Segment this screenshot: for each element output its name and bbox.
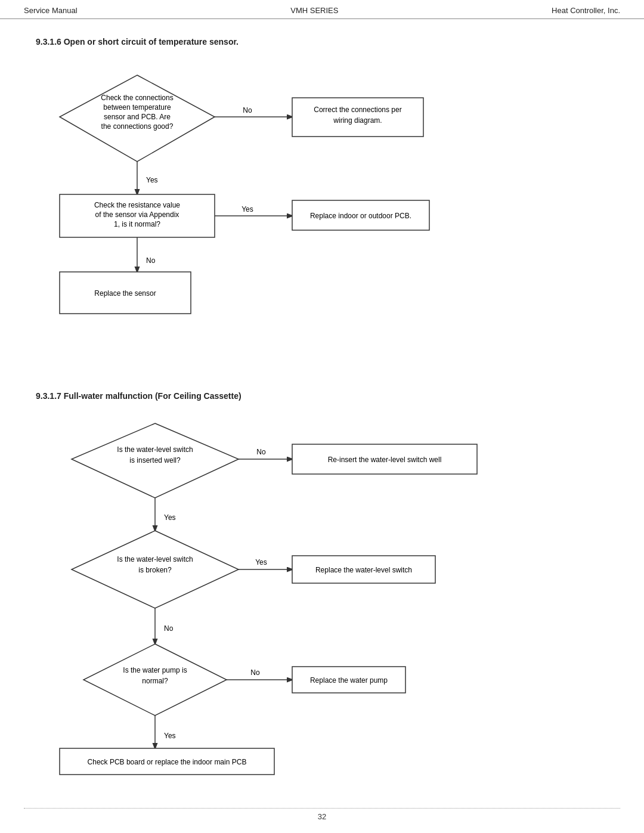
svg-text:of the sensor via Appendix: of the sensor via Appendix [95,210,179,219]
svg-text:Is the water pump is: Is the water pump is [123,666,187,674]
svg-text:No: No [243,106,252,114]
svg-text:Yes: Yes [146,176,158,184]
diagram1: Check the connections between temperatur… [36,57,608,367]
svg-text:No: No [146,256,156,265]
svg-text:Replace the sensor: Replace the sensor [94,289,156,298]
svg-text:Yes: Yes [164,732,176,740]
svg-text:Yes: Yes [255,558,267,566]
svg-text:Check PCB board or replace the: Check PCB board or replace the indoor ma… [88,758,247,766]
svg-text:Is the water-level switch: Is the water-level switch [117,445,193,454]
svg-text:No: No [250,668,260,677]
svg-text:normal?: normal? [142,677,168,685]
page-number: 32 [318,812,326,821]
svg-text:No: No [256,448,266,456]
diagram2-svg: Is the water-level switch is inserted we… [36,411,584,781]
page: Service Manual VMH SERIES Heat Controlle… [0,0,644,833]
svg-text:Is the water-level switch: Is the water-level switch [117,555,193,563]
header-left: Service Manual [24,6,78,15]
svg-text:Re-insert the water-level swit: Re-insert the water-level switch well [328,456,442,464]
svg-text:1, is it normal?: 1, is it normal? [114,220,160,228]
svg-text:Replace the water pump: Replace the water pump [310,676,388,685]
svg-text:Correct the connections per: Correct the connections per [314,106,401,114]
svg-text:No: No [164,624,174,633]
section1-title: 9.3.1.6 Open or short circuit of tempera… [36,37,608,47]
diagram2: Is the water-level switch is inserted we… [36,411,608,781]
diagram1-svg: Check the connections between temperatur… [36,57,584,367]
svg-text:Check the connections: Check the connections [101,94,173,102]
svg-text:Yes: Yes [164,513,176,522]
svg-text:between temperature: between temperature [103,103,171,112]
header-center: VMH SERIES [290,6,338,15]
svg-text:Replace indoor or outdoor PCB.: Replace indoor or outdoor PCB. [310,212,411,220]
section2-title: 9.3.1.7 Full-water malfunction (For Ceil… [36,391,608,401]
content: 9.3.1.6 Open or short circuit of tempera… [0,19,644,829]
svg-text:Replace the water-level switch: Replace the water-level switch [315,566,412,574]
svg-text:sensor and PCB. Are: sensor and PCB. Are [104,113,171,121]
svg-text:Yes: Yes [242,205,253,213]
header: Service Manual VMH SERIES Heat Controlle… [0,0,644,19]
svg-text:is inserted well?: is inserted well? [129,456,181,465]
svg-text:the connections good?: the connections good? [101,122,174,131]
svg-text:wiring diagram.: wiring diagram. [333,116,382,125]
footer: 32 [0,808,644,821]
svg-text:Check the resistance value: Check the resistance value [94,201,180,209]
header-right: Heat Controller, Inc. [552,6,620,15]
footer-divider: 32 [24,808,620,821]
svg-text:is broken?: is broken? [138,566,172,574]
